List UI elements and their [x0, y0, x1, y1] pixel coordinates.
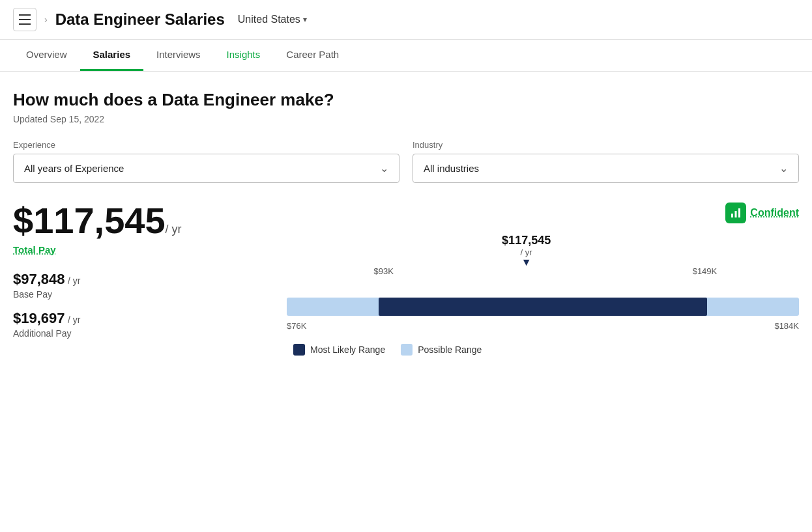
legend-item-possible: Possible Range: [401, 344, 482, 356]
median-value: $117,545: [502, 234, 551, 247]
main-content: How much does a Data Engineer make? Upda…: [0, 72, 812, 382]
confident-text[interactable]: Confident: [750, 207, 799, 219]
base-pay-display: $97,848 / yr: [13, 271, 274, 288]
legend-color-light: [401, 344, 413, 356]
additional-pay-label: Additional Pay: [13, 328, 274, 339]
legend-label-most-likely: Most Likely Range: [310, 344, 385, 355]
legend-label-possible: Possible Range: [418, 344, 482, 355]
range-high-outer-label: $184K: [774, 321, 799, 331]
industry-select[interactable]: All industries ⌄: [413, 154, 799, 183]
page-title: Data Engineer Salaries: [55, 10, 225, 29]
total-pay-label[interactable]: Total Pay: [13, 244, 56, 255]
salary-left: $117,545/ yr Total Pay $97,848 / yr Base…: [13, 203, 274, 349]
tab-interviews[interactable]: Interviews: [143, 40, 214, 71]
additional-pay-display: $19,697 / yr: [13, 310, 274, 327]
range-low-inner-label: $93K: [374, 266, 394, 276]
base-pay-amount: $97,848: [13, 271, 65, 287]
confident-icon: [725, 203, 746, 223]
legend-item-most-likely: Most Likely Range: [293, 344, 385, 356]
additional-pay-per-yr: / yr: [68, 315, 80, 325]
total-pay-display: $117,545/ yr: [13, 203, 274, 239]
experience-caret-icon: ⌄: [380, 162, 388, 175]
median-marker-area: $117,545 / yr ▼: [287, 234, 799, 266]
tab-overview[interactable]: Overview: [13, 40, 80, 71]
location-selector[interactable]: United States ▾: [238, 14, 307, 25]
chart-container: $117,545 / yr ▼ $93K $149K $7: [287, 234, 799, 356]
svg-rect-0: [731, 214, 733, 217]
base-pay-per-yr: / yr: [68, 275, 80, 286]
additional-pay-item: $19,697 / yr Additional Pay: [13, 310, 274, 339]
chart-legend: Most Likely Range Possible Range: [287, 344, 799, 356]
tab-career-path[interactable]: Career Path: [273, 40, 352, 71]
header: › Data Engineer Salaries United States ▾: [0, 0, 812, 40]
experience-filter-group: Experience All years of Experience ⌄: [13, 140, 399, 183]
breadcrumb-arrow-icon: ›: [44, 14, 48, 25]
tab-salaries[interactable]: Salaries: [80, 40, 144, 71]
total-pay-per-yr: / yr: [166, 223, 182, 236]
outer-range-labels: $76K $184K: [287, 318, 799, 333]
range-high-inner-label: $149K: [693, 266, 718, 276]
svg-rect-1: [735, 211, 737, 217]
updated-date: Updated Sep 15, 2022: [13, 114, 799, 124]
experience-select[interactable]: All years of Experience ⌄: [13, 154, 399, 183]
industry-filter-group: Industry All industries ⌄: [413, 140, 799, 183]
pay-breakdown: $97,848 / yr Base Pay $19,697 / yr Addit…: [13, 271, 274, 339]
salary-bar: [287, 298, 799, 316]
inner-range-labels: $93K $149K: [287, 266, 799, 279]
additional-pay-amount: $19,697: [13, 310, 65, 326]
nav-tabs: Overview Salaries Interviews Insights Ca…: [0, 40, 812, 72]
confident-badge: Confident: [287, 203, 799, 223]
location-caret-icon: ▾: [303, 15, 307, 24]
base-pay-label: Base Pay: [13, 289, 274, 300]
hamburger-line-2: [19, 19, 31, 20]
salary-section: $117,545/ yr Total Pay $97,848 / yr Base…: [13, 203, 799, 356]
most-likely-range-bar: [379, 298, 706, 316]
industry-caret-icon: ⌄: [779, 162, 788, 175]
total-pay-amount: $117,545: [13, 200, 166, 241]
experience-value: All years of Experience: [24, 163, 124, 174]
svg-rect-2: [738, 208, 740, 217]
hamburger-button[interactable]: [13, 8, 36, 31]
section-title: How much does a Data Engineer make?: [13, 90, 799, 110]
base-pay-item: $97,848 / yr Base Pay: [13, 271, 274, 300]
salary-right: Confident $117,545 / yr ▼ $93K $149K: [287, 203, 799, 356]
median-marker: $117,545 / yr ▼: [502, 234, 551, 268]
range-low-outer-label: $76K: [287, 321, 306, 331]
legend-color-dark: [293, 344, 305, 356]
filters-row: Experience All years of Experience ⌄ Ind…: [13, 140, 799, 183]
location-text: United States: [238, 14, 300, 25]
hamburger-line-3: [19, 23, 31, 25]
hamburger-line-1: [19, 14, 31, 16]
industry-value: All industries: [424, 163, 479, 174]
experience-label: Experience: [13, 140, 399, 150]
median-per-yr: / yr: [521, 247, 532, 257]
tab-insights[interactable]: Insights: [214, 40, 274, 71]
industry-label: Industry: [413, 140, 799, 150]
